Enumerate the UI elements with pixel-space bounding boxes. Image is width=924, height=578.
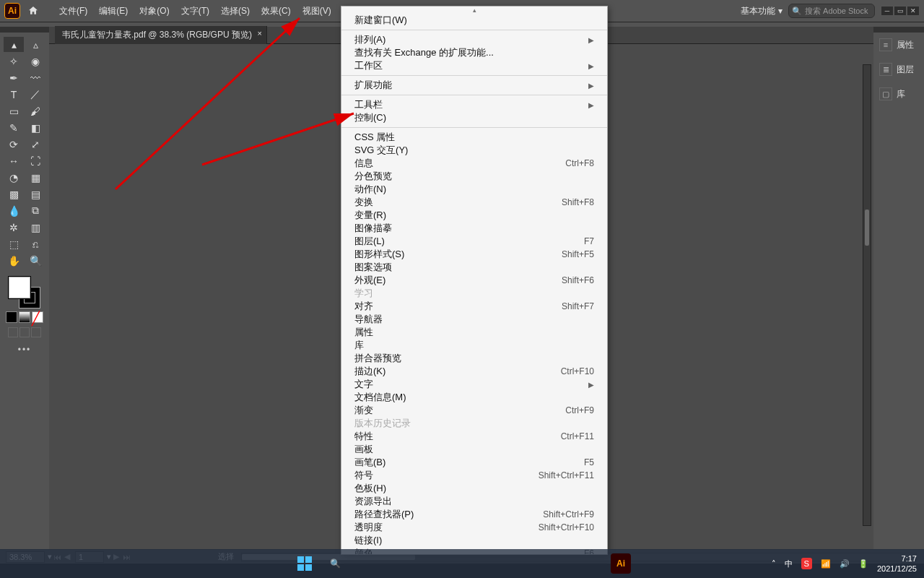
workspace-switcher[interactable]: 基本功能 ▾ [741,5,783,17]
tray-sogou-icon[interactable]: S [801,558,812,569]
menu-item[interactable]: 符号Shift+Ctrl+F11 [341,469,607,482]
type-tool[interactable]: T [4,87,24,102]
menu-select[interactable]: 选择(S) [215,0,256,22]
scale-tool[interactable]: ⤢ [25,137,45,152]
gradient-tool[interactable]: ▤ [25,186,45,202]
menu-item[interactable]: CSS 属性 [341,131,607,144]
menu-item[interactable]: 图像描摹 [341,222,607,235]
rectangle-tool[interactable]: ▭ [4,103,24,118]
graph-tool[interactable]: ▥ [25,220,45,235]
taskbar-app-illustrator[interactable]: Ai [611,553,631,574]
draw-mode-normal[interactable] [8,327,18,337]
menu-item[interactable]: 控制(C) [341,111,607,124]
menu-item[interactable]: 画笔(B)F5 [341,456,607,469]
menu-item[interactable]: 导航器 [341,313,607,326]
menu-effect[interactable]: 效果(C) [256,0,297,22]
menu-type[interactable]: 文字(T) [175,0,215,22]
draw-mode-behind[interactable] [19,327,30,337]
menu-item[interactable]: 变换Shift+F8 [341,196,607,209]
menu-item[interactable]: 对齐Shift+F7 [341,300,607,313]
rotate-tool[interactable]: ⟳ [4,137,24,152]
ime-indicator[interactable]: 中 [785,558,793,569]
swatch-black[interactable] [6,311,17,323]
menu-item[interactable]: 透明度Shift+Ctrl+F10 [341,521,607,534]
menu-item[interactable]: 工具栏▶ [341,98,607,111]
menu-item[interactable]: 图形样式(S)Shift+F5 [341,248,607,261]
menu-item[interactable]: 特性Ctrl+F11 [341,430,607,443]
menu-item[interactable]: 工作区▶ [341,59,607,72]
menu-item[interactable]: 文档信息(M) [341,391,607,404]
menu-item[interactable]: 动作(N) [341,183,607,196]
menu-item[interactable]: SVG 交互(Y) [341,144,607,157]
document-tab[interactable]: 韦氏儿童智力量表.pdf @ 38.3% (RGB/GPU 预览) × [55,26,267,44]
maximize-button[interactable]: ▭ [894,6,907,16]
menu-item[interactable]: 图层(L)F7 [341,235,607,248]
vertical-scrollbar[interactable] [863,64,871,526]
menu-item[interactable]: 文字▶ [341,378,607,391]
pen-tool[interactable]: ✒ [4,70,24,85]
blend-tool[interactable]: ⧉ [25,203,45,218]
search-button[interactable]: 🔍 [326,555,344,572]
system-clock[interactable]: 7:17 2021/12/25 [877,553,917,574]
eyedropper-tool[interactable]: 💧 [4,203,24,218]
zoom-tool[interactable]: 🔍 [25,253,45,268]
shaper-tool[interactable]: ✎ [4,120,24,135]
magic-wand-tool[interactable]: ✧ [4,53,24,69]
menu-item[interactable]: 库 [341,339,607,352]
panel-layers[interactable]: ≣ 图层 [873,57,924,82]
menu-object[interactable]: 对象(O) [134,0,175,22]
menu-item[interactable]: 渐变Ctrl+F9 [341,404,607,417]
width-tool[interactable]: ↔ [4,153,24,168]
artboard-tool[interactable]: ⬚ [4,236,24,251]
menu-item[interactable]: 查找有关 Exchange 的扩展功能... [341,46,607,59]
menu-view[interactable]: 视图(V) [297,0,337,22]
menu-item[interactable]: 色板(H) [341,482,607,495]
fill-color[interactable] [9,277,30,298]
start-button[interactable] [296,555,313,572]
selection-tool[interactable]: ▴ [4,37,24,52]
shape-builder-tool[interactable]: ◔ [4,170,24,185]
menu-item[interactable]: 资源导出 [341,495,607,508]
menu-item[interactable]: 新建窗口(W) [341,14,607,27]
wifi-icon[interactable]: 📶 [821,559,831,569]
hand-tool[interactable]: ✋ [4,253,24,268]
fill-stroke-indicator[interactable] [9,277,40,309]
volume-icon[interactable]: 🔊 [840,559,850,569]
minimize-button[interactable]: ─ [881,6,894,16]
menu-item[interactable]: 画板 [341,443,607,456]
menu-item[interactable]: 扩展功能▶ [341,79,607,92]
menu-item[interactable]: 变量(R) [341,209,607,222]
symbol-sprayer-tool[interactable]: ✲ [4,220,24,235]
home-button[interactable] [25,2,42,20]
panel-properties[interactable]: ≡ 属性 [873,33,924,57]
perspective-tool[interactable]: ▦ [25,170,45,185]
battery-icon[interactable]: 🔋 [858,559,868,569]
menu-item[interactable]: 信息Ctrl+F8 [341,157,607,170]
slice-tool[interactable]: ⎌ [25,236,45,251]
scroll-up-icon[interactable]: ▴ [341,7,607,14]
lasso-tool[interactable]: ◉ [25,53,45,69]
menu-item[interactable]: 图案选项 [341,261,607,274]
tray-chevron-up-icon[interactable]: ˄ [772,559,776,569]
close-button[interactable]: ✕ [907,6,920,16]
menu-item[interactable]: 描边(K)Ctrl+F10 [341,365,607,378]
panel-libraries[interactable]: ▢ 库 [873,82,924,106]
menu-edit[interactable]: 编辑(E) [93,0,134,22]
free-transform-tool[interactable]: ⛶ [25,153,45,168]
menu-item[interactable]: 属性 [341,326,607,339]
curvature-tool[interactable]: 〰 [25,70,45,85]
menu-item[interactable]: 链接(I) [341,534,607,547]
swatch-gradient[interactable] [19,311,30,323]
menu-item[interactable]: 排列(A)▶ [341,33,607,46]
direct-selection-tool[interactable]: ▵ [25,37,45,52]
tab-close-icon[interactable]: × [257,29,261,38]
paintbrush-tool[interactable]: 🖌 [25,103,45,118]
toolbox-expand[interactable]: ••• [18,345,32,355]
swatch-none[interactable]: ╱ [32,311,43,323]
menu-item[interactable]: 拼合器预览 [341,352,607,365]
menu-item[interactable]: 分色预览 [341,170,607,183]
menu-item[interactable]: 外观(E)Shift+F6 [341,274,607,287]
draw-mode-inside[interactable] [31,327,41,337]
search-box[interactable]: 🔍 搜索 Adobe Stock [788,4,875,18]
menu-item[interactable]: 路径查找器(P)Shift+Ctrl+F9 [341,508,607,521]
